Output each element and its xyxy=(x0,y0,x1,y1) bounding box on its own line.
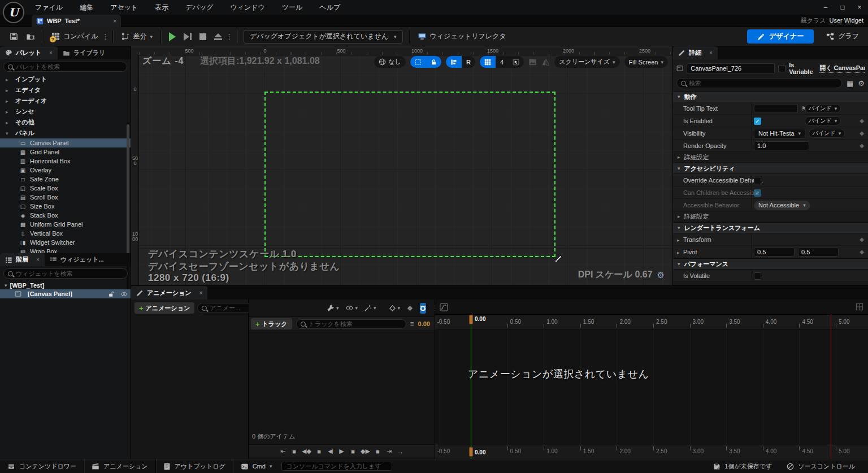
visibility-bind-button[interactable]: バインド▾ xyxy=(809,129,845,138)
tab-hierarchy[interactable]: 階層 × xyxy=(0,253,45,266)
accessibility-advanced-row[interactable]: ▸ 詳細設定 xyxy=(673,211,868,222)
reset-to-default-icon[interactable]: ◆ xyxy=(860,249,864,255)
tab-close-icon[interactable]: × xyxy=(113,18,116,24)
palette-search[interactable] xyxy=(3,62,127,72)
reset-to-default-icon[interactable]: ◆ xyxy=(860,118,864,124)
content-drawer-button[interactable]: コンテンツドロワー xyxy=(0,459,84,473)
palette-search-input[interactable] xyxy=(16,63,123,70)
close-button[interactable]: × xyxy=(851,1,868,14)
palette-item[interactable]: ◨ Widget Switcher xyxy=(0,238,131,247)
palette-category[interactable]: ▸ シンセ xyxy=(0,106,131,117)
palette-item[interactable]: ▥ Horizontal Box xyxy=(0,157,131,166)
stop-button[interactable] xyxy=(196,29,210,44)
cmd-dropdown[interactable]: Cmd ▾ xyxy=(233,459,280,473)
timeline-ruler[interactable]: -0.500.501.001.502.002.503.003.504.004.5… xyxy=(435,314,868,329)
reset-to-default-icon[interactable]: ◆ xyxy=(860,236,864,242)
timeline-range-bar[interactable]: -0.500.501.001.502.002.503.003.504.004.5… xyxy=(435,445,868,459)
align-mode-button[interactable] xyxy=(446,56,462,68)
expand-arrow-icon[interactable]: ▸ xyxy=(677,237,680,243)
tab-close-icon[interactable]: × xyxy=(49,50,53,56)
track-filter-icon[interactable]: ≡ xyxy=(410,320,414,328)
tab-close-icon[interactable]: × xyxy=(709,50,713,56)
tooltip-bind-button[interactable]: バインド▾ xyxy=(805,104,841,113)
transport-button[interactable]: ■ xyxy=(349,448,357,455)
menu-item[interactable]: アセット xyxy=(110,3,138,12)
palette-item[interactable]: ▭ Canvas Panel xyxy=(0,138,131,147)
animation-drawer-button[interactable]: アニメーション xyxy=(84,459,155,473)
palette-category[interactable]: ▸ インプット xyxy=(0,74,131,85)
view-options-button[interactable]: ▾ xyxy=(345,305,358,311)
tab-palette[interactable]: パレット × xyxy=(0,46,58,59)
widget-reflector-button[interactable]: ウィジェットリフレクタ xyxy=(414,29,510,44)
menu-item[interactable]: ヘルプ xyxy=(319,3,340,12)
accessible-behavior-dropdown[interactable]: Not Accessible▾ xyxy=(754,201,810,210)
keyframe-options-button[interactable]: ▾ xyxy=(389,305,401,312)
transport-button[interactable]: ◀◆ xyxy=(302,448,311,455)
reset-to-default-icon[interactable]: ◆ xyxy=(860,142,864,149)
menu-item[interactable]: ツール xyxy=(282,3,303,12)
key-interpolation-button[interactable] xyxy=(406,305,414,312)
compile-button[interactable]: ? コンパイル xyxy=(47,29,102,44)
track-search-input[interactable] xyxy=(309,320,402,327)
menu-item[interactable]: ファイル xyxy=(35,3,63,12)
property-matrix-icon[interactable]: ▦ xyxy=(847,79,853,88)
palette-item[interactable]: □ Safe Zone xyxy=(0,175,131,184)
hierarchy-canvas-panel-row[interactable]: [Canvas Panel] xyxy=(0,289,131,298)
parent-class-link[interactable]: User Widget xyxy=(829,17,863,24)
is-enabled-bind-button[interactable]: バインド▾ xyxy=(805,116,841,125)
lock-widgets-button[interactable] xyxy=(426,56,441,68)
track-search[interactable] xyxy=(296,319,406,329)
is-variable-checkbox[interactable] xyxy=(778,65,785,72)
palette-item[interactable]: ▤ Scroll Box xyxy=(0,193,131,202)
transport-button[interactable]: ◆▶ xyxy=(361,448,370,455)
palette-item[interactable]: ▣ Overlay xyxy=(0,166,131,175)
designer-viewport[interactable]: 50005001000150020002500 05001000 ズーム -4 … xyxy=(131,46,672,285)
palette-category[interactable]: ▸ オーディオ xyxy=(0,96,131,106)
dpi-settings-gear-icon[interactable]: ⚙ xyxy=(657,270,665,280)
play-options-icon[interactable]: ⋮ xyxy=(226,33,233,41)
palette-item[interactable]: ◈ Stack Box xyxy=(0,211,131,220)
hierarchy-search-input[interactable] xyxy=(16,270,123,277)
transport-button[interactable]: ■ xyxy=(374,448,381,455)
hierarchy-search[interactable] xyxy=(3,268,128,279)
palette-category-panel[interactable]: ▾ パネル xyxy=(0,128,131,138)
is-enabled-checkbox[interactable]: ✓ xyxy=(754,118,761,125)
widget-name-input[interactable] xyxy=(687,63,775,74)
transport-button[interactable]: ▶ xyxy=(338,448,345,455)
respect-locks-button[interactable]: R xyxy=(462,56,475,68)
source-control-button[interactable]: ソースコントロール xyxy=(779,459,862,473)
save-button[interactable] xyxy=(6,29,22,44)
tab-animation[interactable]: アニメーション × xyxy=(131,286,207,300)
tab-close-icon[interactable]: × xyxy=(199,290,203,296)
grid-snap-size[interactable]: 4 xyxy=(496,56,508,68)
behavior-advanced-row[interactable]: ▸ 詳細設定 xyxy=(673,152,868,163)
reset-to-default-icon[interactable]: ◆ xyxy=(860,130,864,136)
unsaved-assets-button[interactable]: 1個が未保存です xyxy=(706,459,779,473)
tooltip-text-input[interactable] xyxy=(754,104,798,113)
snap-magnet-button[interactable]: Ω xyxy=(420,303,426,314)
menu-item[interactable]: 表示 xyxy=(155,3,168,12)
transport-button[interactable]: ■ xyxy=(290,448,298,455)
palette-category[interactable]: ▸ エディタ xyxy=(0,85,131,96)
section-accessibility[interactable]: ▾ アクセシビリティ xyxy=(673,163,868,174)
preview-background-button[interactable] xyxy=(528,58,537,66)
visibility-dropdown[interactable]: Not Hit-Testa▾ xyxy=(754,129,805,138)
timeline-track-area[interactable] xyxy=(435,329,868,445)
menu-item[interactable]: デバッグ xyxy=(185,3,213,12)
timeline-options-icon[interactable] xyxy=(856,303,863,311)
output-log-button[interactable]: アウトプットログ xyxy=(156,459,233,473)
palette-item[interactable]: ◱ Scale Box xyxy=(0,184,131,193)
section-render-transform[interactable]: ▾ レンダートランスフォーム xyxy=(673,222,868,233)
maximize-button[interactable]: □ xyxy=(834,1,851,14)
playhead-marker[interactable] xyxy=(469,315,473,324)
tab-library[interactable]: ライブラリ xyxy=(58,46,110,59)
palette-category[interactable]: ▸ その他 xyxy=(0,117,131,128)
canvas-selection-outline[interactable] xyxy=(264,92,555,257)
eject-button[interactable] xyxy=(210,29,226,44)
menu-item[interactable]: ウィンドウ xyxy=(230,3,264,12)
screen-size-dropdown[interactable]: スクリーンサイズ▾ xyxy=(554,56,619,68)
render-opacity-input[interactable] xyxy=(754,141,809,150)
debug-object-dropdown[interactable]: デバッグオブジェクトが選択されていません ▾ xyxy=(244,30,403,44)
auto-key-button[interactable]: ▾ xyxy=(364,304,376,312)
unlock-icon[interactable] xyxy=(108,291,114,297)
